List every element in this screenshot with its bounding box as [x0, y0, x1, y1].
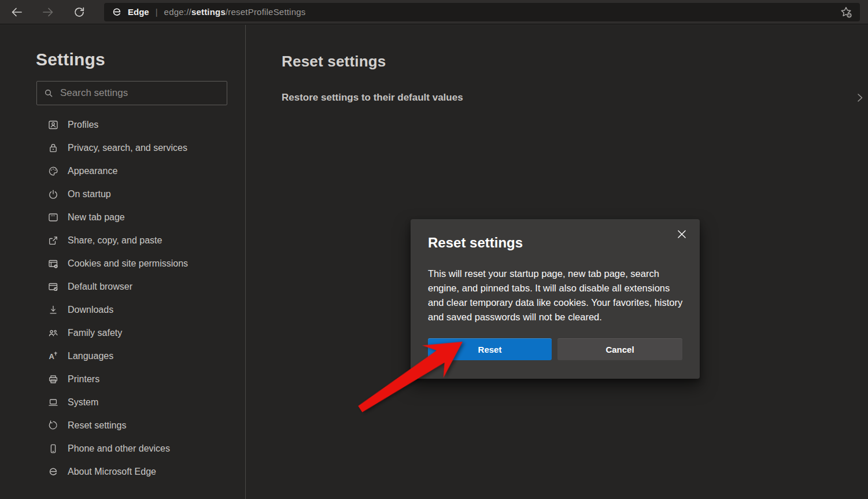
sidebar-item-label: Phone and other devices	[68, 443, 170, 454]
star-add-icon	[839, 5, 853, 19]
search-icon	[43, 87, 54, 99]
sidebar-item-default-browser[interactable]: Default browser	[0, 275, 245, 298]
power-icon	[47, 188, 59, 200]
sidebar-item-label: System	[68, 397, 98, 408]
sidebar-item-printers[interactable]: Printers	[0, 368, 245, 391]
address-divider: |	[156, 7, 158, 17]
phone-icon	[47, 443, 59, 454]
browser-brand-label: Edge	[128, 7, 149, 17]
restore-defaults-label: Restore settings to their default values	[282, 92, 463, 104]
settings-search-box[interactable]	[36, 81, 227, 105]
search-input[interactable]	[60, 87, 221, 99]
dialog-close-button[interactable]	[674, 226, 690, 242]
restore-defaults-row[interactable]: Restore settings to their default values	[282, 87, 866, 108]
site-permissions-icon	[47, 258, 59, 269]
url-text[interactable]: edge://settings/resetProfileSettings	[164, 7, 306, 17]
sidebar-item-profiles[interactable]: Profiles	[0, 113, 245, 136]
edge-logo-icon	[47, 466, 59, 478]
sidebar-item-on-startup[interactable]: On startup	[0, 183, 245, 206]
sidebar-item-label: About Microsoft Edge	[68, 467, 156, 477]
sidebar-item-label: Family safety	[68, 328, 122, 338]
back-button[interactable]	[7, 2, 27, 22]
settings-sidebar: Settings Profiles Privacy, search, and s…	[0, 25, 246, 499]
sidebar-item-label: Printers	[68, 374, 99, 385]
sidebar-title: Settings	[36, 50, 105, 69]
laptop-icon	[47, 397, 59, 408]
sidebar-item-new-tab-page[interactable]: New tab page	[0, 206, 245, 229]
sidebar-item-label: Default browser	[68, 282, 132, 292]
back-arrow-icon	[10, 5, 24, 19]
sidebar-item-languages[interactable]: Languages	[0, 345, 245, 368]
sidebar-item-downloads[interactable]: Downloads	[0, 298, 245, 321]
lock-icon	[47, 142, 59, 154]
sidebar-item-reset-settings[interactable]: Reset settings	[0, 414, 245, 437]
sidebar-item-label: On startup	[68, 189, 111, 199]
sidebar-item-label: Cookies and site permissions	[68, 258, 188, 269]
reset-button[interactable]: Reset	[428, 338, 552, 360]
sidebar-item-privacy-search-and-services[interactable]: Privacy, search, and services	[0, 136, 245, 160]
sidebar-item-label: Privacy, search, and services	[68, 143, 187, 153]
close-icon	[675, 228, 688, 241]
browser-toolbar: Edge | edge://settings/resetProfileSetti…	[0, 0, 868, 24]
refresh-button[interactable]	[69, 2, 89, 22]
sidebar-item-system[interactable]: System	[0, 391, 245, 414]
sidebar-item-label: New tab page	[68, 212, 125, 223]
sidebar-item-label: Reset settings	[68, 420, 126, 431]
sidebar-item-label: Share, copy, and paste	[68, 235, 162, 246]
new-tab-icon	[47, 212, 59, 223]
refresh-icon	[72, 5, 86, 19]
share-icon	[47, 235, 59, 246]
translate-icon	[47, 350, 59, 362]
cancel-button[interactable]: Cancel	[557, 338, 682, 360]
sidebar-item-family-safety[interactable]: Family safety	[0, 321, 245, 345]
profile-card-icon	[47, 119, 59, 131]
sidebar-item-label: Profiles	[68, 120, 98, 130]
chevron-right-icon	[854, 92, 866, 104]
sidebar-item-label: Downloads	[68, 305, 113, 315]
sidebar-item-share-copy-and-paste[interactable]: Share, copy, and paste	[0, 229, 245, 252]
download-icon	[47, 304, 59, 316]
page-title: Reset settings	[282, 53, 386, 71]
reset-settings-dialog: Reset settings This will reset your star…	[411, 219, 700, 379]
sidebar-item-label: Languages	[68, 351, 113, 361]
sidebar-item-about-microsoft-edge[interactable]: About Microsoft Edge	[0, 460, 245, 483]
default-browser-icon	[47, 281, 59, 293]
edge-logo-icon	[111, 6, 123, 18]
dialog-title: Reset settings	[428, 235, 523, 251]
reset-arrow-icon	[47, 420, 59, 431]
sidebar-item-cookies-and-site-permissions[interactable]: Cookies and site permissions	[0, 252, 245, 275]
forward-button[interactable]	[38, 2, 58, 22]
address-bar[interactable]: Edge | edge://settings/resetProfileSetti…	[104, 3, 860, 21]
add-favorite-button[interactable]	[839, 5, 853, 19]
forward-arrow-icon	[41, 5, 55, 19]
palette-icon	[47, 165, 59, 177]
sidebar-nav: Profiles Privacy, search, and services A…	[0, 113, 245, 483]
family-icon	[47, 327, 59, 339]
sidebar-item-appearance[interactable]: Appearance	[0, 160, 245, 183]
sidebar-item-label: Appearance	[68, 166, 117, 176]
dialog-body-text: This will reset your startup page, new t…	[428, 267, 685, 324]
printer-icon	[47, 374, 59, 385]
sidebar-item-phone-and-other-devices[interactable]: Phone and other devices	[0, 437, 245, 460]
